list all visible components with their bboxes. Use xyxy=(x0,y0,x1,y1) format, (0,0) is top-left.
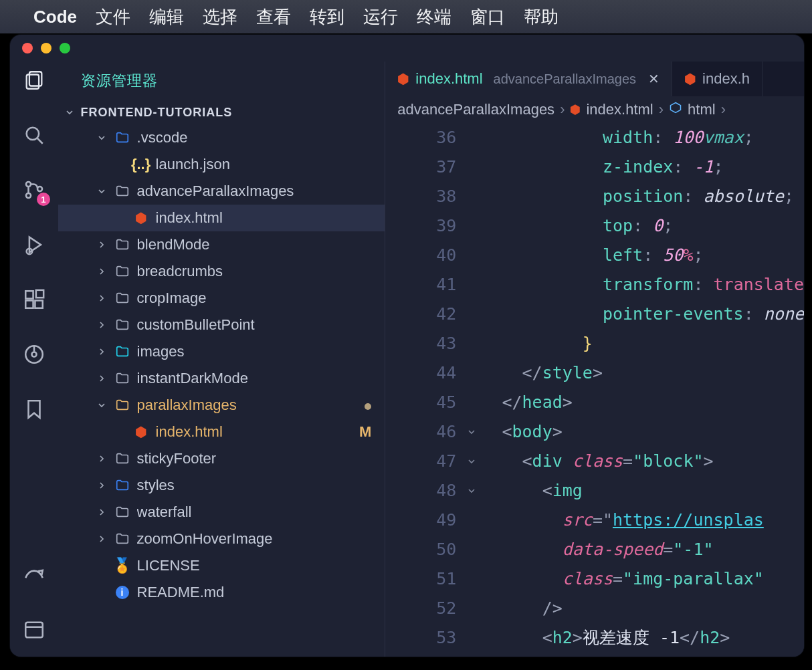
chevron-right-icon xyxy=(96,480,108,491)
tree-item-label: index.html xyxy=(156,209,346,227)
window-titlebar[interactable] xyxy=(10,35,804,62)
live-preview-activity-icon[interactable] xyxy=(21,617,47,643)
file-launch.json[interactable]: {..}launch.json xyxy=(58,151,385,178)
folder-icon xyxy=(114,237,130,252)
svg-line-3 xyxy=(37,138,43,144)
fold-toggle[interactable] xyxy=(462,447,482,476)
breadcrumb-segment[interactable]: html xyxy=(688,101,716,118)
menu-go[interactable]: 转到 xyxy=(310,5,344,29)
tree-item-label: styles xyxy=(137,477,346,494)
tree-item-label: LICENSE xyxy=(137,557,346,574)
app-name[interactable]: Code xyxy=(33,7,77,27)
svg-point-5 xyxy=(26,193,31,198)
folder-advanceParallaxImages[interactable]: advanceParallaxImages xyxy=(58,178,385,205)
tree-item-label: zoomOnHoverImage xyxy=(137,530,346,548)
folder-icon xyxy=(114,184,130,199)
code-content[interactable]: width: 100vmax; z-index: -1; position: a… xyxy=(482,123,804,657)
svg-point-2 xyxy=(26,128,38,140)
folder-styles[interactable]: styles xyxy=(58,472,385,499)
breadcrumb-segment[interactable]: advanceParallaxImages xyxy=(397,101,554,118)
zoom-window-button[interactable] xyxy=(60,43,70,53)
folder-icon xyxy=(114,371,130,386)
file-tree: .vscode{..}launch.jsonadvanceParallaxIma… xyxy=(58,124,385,606)
html-file-icon: ⬢ xyxy=(684,71,696,87)
macos-menubar: Code 文件 编辑 选择 查看 转到 运行 终端 窗口 帮助 xyxy=(0,0,812,33)
tree-item-label: customBulletPoint xyxy=(137,316,346,334)
gitlens-activity-icon[interactable] xyxy=(21,341,47,368)
chevron-right-icon xyxy=(96,320,108,330)
svg-rect-12 xyxy=(36,290,43,298)
menu-run[interactable]: 运行 xyxy=(363,5,398,29)
html-file-icon: ⬢ xyxy=(133,210,149,226)
activity-bar: 1 xyxy=(10,62,58,657)
workspace-name: FRONTEND-TUTORIALS xyxy=(81,106,233,120)
menu-file[interactable]: 文件 xyxy=(96,5,130,29)
tree-item-label: images xyxy=(137,343,346,360)
tab-sublabel: advanceParallaxImages xyxy=(494,72,636,87)
chevron-right-icon xyxy=(96,239,108,250)
file-index.html[interactable]: ⬢index.htmlM xyxy=(58,419,385,445)
chevron-down-icon xyxy=(96,186,108,197)
menu-window[interactable]: 窗口 xyxy=(470,5,505,29)
html-file-icon: ⬢ xyxy=(133,424,149,440)
folder-zoomOnHoverImage[interactable]: zoomOnHoverImage xyxy=(58,526,385,552)
share-activity-icon[interactable] xyxy=(21,562,47,588)
minimize-window-button[interactable] xyxy=(41,43,52,53)
search-activity-icon[interactable] xyxy=(21,122,47,148)
menu-edit[interactable]: 编辑 xyxy=(149,5,184,29)
tree-item-label: waterfall xyxy=(137,504,346,521)
folder-stickyFooter[interactable]: stickyFooter xyxy=(58,445,385,472)
folder-waterfall[interactable]: waterfall xyxy=(58,499,385,526)
folder-parallaxImages[interactable]: parallaxImages xyxy=(58,392,385,419)
editor-area: ⬢ index.html advanceParallaxImages ✕ ⬢ i… xyxy=(385,62,804,657)
svg-rect-15 xyxy=(25,623,43,638)
license-file-icon: 🏅 xyxy=(114,557,130,574)
tab-active[interactable]: ⬢ index.html advanceParallaxImages ✕ xyxy=(385,62,672,96)
run-debug-activity-icon[interactable] xyxy=(21,231,47,258)
folder-icon xyxy=(114,264,130,279)
tree-item-label: index.html xyxy=(156,423,346,441)
folder-cropImage[interactable]: cropImage xyxy=(58,285,385,312)
tree-item-label: parallaxImages xyxy=(137,397,346,414)
file-README.md[interactable]: iREADME.md xyxy=(58,579,385,606)
code-editor[interactable]: 363738394041424344454647484950515253 wid… xyxy=(385,123,804,657)
file-LICENSE[interactable]: 🏅LICENSE xyxy=(58,552,385,579)
folder-customBulletPoint[interactable]: customBulletPoint xyxy=(58,312,385,338)
chevron-right-icon xyxy=(96,507,108,518)
chevron-right-icon xyxy=(96,266,108,277)
breadcrumb-segment[interactable]: index.html xyxy=(586,101,653,118)
menu-selection[interactable]: 选择 xyxy=(203,5,237,29)
folder-breadcrumbs[interactable]: breadcrumbs xyxy=(58,258,385,285)
close-icon[interactable]: ✕ xyxy=(648,71,659,87)
folder-icon xyxy=(114,318,130,332)
tab-inactive[interactable]: ⬢ index.h xyxy=(672,62,763,96)
menu-terminal[interactable]: 终端 xyxy=(417,5,451,29)
bookmarks-activity-icon[interactable] xyxy=(21,396,47,423)
svg-rect-9 xyxy=(25,291,33,298)
chevron-right-icon: › xyxy=(560,101,565,118)
chevron-right-icon xyxy=(96,293,108,304)
chevron-right-icon xyxy=(96,346,108,357)
folder-icon xyxy=(114,130,130,145)
extensions-activity-icon[interactable] xyxy=(21,286,47,313)
folder-images[interactable]: images xyxy=(58,338,385,365)
fold-toggle[interactable] xyxy=(462,417,482,447)
close-window-button[interactable] xyxy=(22,43,33,53)
folder-.vscode[interactable]: .vscode xyxy=(58,124,385,151)
breadcrumbs[interactable]: advanceParallaxImages › ⬢ index.html › h… xyxy=(385,96,804,123)
git-decoration: M xyxy=(352,423,371,441)
chevron-right-icon: › xyxy=(721,101,726,118)
menu-view[interactable]: 查看 xyxy=(256,5,291,29)
chevron-right-icon xyxy=(96,453,108,464)
menu-help[interactable]: 帮助 xyxy=(524,5,559,29)
file-index.html[interactable]: ⬢index.html xyxy=(58,205,385,231)
scm-badge: 1 xyxy=(37,193,50,206)
explorer-activity-icon[interactable] xyxy=(21,67,47,94)
fold-toggle[interactable] xyxy=(462,476,482,506)
workspace-section-header[interactable]: FRONTEND-TUTORIALS xyxy=(58,100,385,124)
tree-item-label: advanceParallaxImages xyxy=(137,183,346,200)
folder-instantDarkMode[interactable]: instantDarkMode xyxy=(58,365,385,392)
source-control-activity-icon[interactable]: 1 xyxy=(21,177,47,203)
folder-blendMode[interactable]: blendMode xyxy=(58,231,385,258)
chevron-down-icon xyxy=(96,132,108,143)
